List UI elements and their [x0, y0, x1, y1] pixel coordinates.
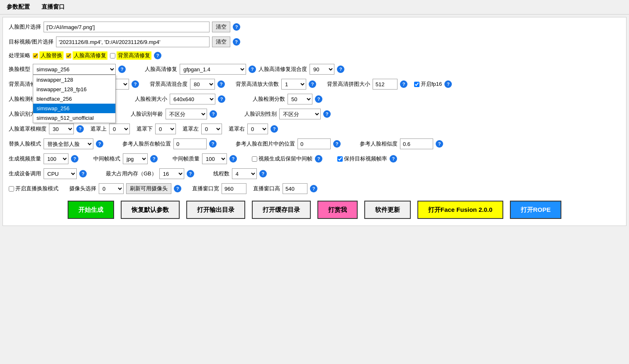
strategy-help-icon[interactable]: ? — [154, 52, 161, 59]
live-width-input[interactable] — [222, 183, 246, 194]
similar-help-icon[interactable]: ? — [436, 140, 443, 148]
update-btn[interactable]: 软件更新 — [364, 201, 411, 219]
mask-right-help-icon[interactable]: ? — [271, 125, 278, 133]
face-enhance-model-select[interactable]: gfpgan_1.4 — [180, 64, 246, 75]
cam-select[interactable]: 0 — [99, 183, 124, 194]
cam-label: 摄像头选择 — [69, 185, 96, 192]
keep-frame-help-icon[interactable]: ? — [315, 155, 322, 163]
frame-format-select[interactable]: jpg — [123, 153, 148, 164]
live-mode-checkbox-label[interactable]: 开启直播换脸模式 — [9, 185, 59, 192]
video-quality-help-icon[interactable]: ? — [71, 155, 78, 163]
device-help-icon[interactable]: ? — [79, 170, 87, 177]
swap-model-help-icon[interactable]: ? — [118, 66, 126, 73]
face-image-help-icon[interactable]: ? — [233, 23, 240, 31]
bg-enhance-model-help-icon[interactable]: ? — [132, 80, 139, 88]
keep-fps-checkbox-label[interactable]: 保持目标视频帧率 — [337, 155, 387, 163]
mask-blur-help-icon[interactable]: ? — [76, 125, 84, 133]
live-height-input[interactable] — [283, 183, 307, 194]
image-pos-help-icon[interactable]: ? — [333, 140, 341, 148]
keep-frame-checkbox-label[interactable]: 视频生成后保留中间帧 — [252, 155, 312, 163]
face-recog-gender-select[interactable]: 不区分 — [279, 109, 321, 119]
face-enhance-mix-select[interactable]: 90 — [310, 64, 334, 75]
device-select[interactable]: CPU — [44, 168, 77, 179]
refresh-cam-help-icon[interactable]: ? — [174, 185, 181, 192]
face-enhance-mix-help-icon[interactable]: ? — [337, 66, 344, 73]
bg-tile-input[interactable] — [373, 79, 397, 90]
dropdown-item-simswap256[interactable]: simswap_256 — [33, 104, 115, 113]
facefusion-btn[interactable]: 打开Face Fusion 2.0.0 — [417, 201, 503, 219]
bg-scale-help-icon[interactable]: ? — [309, 80, 316, 88]
swap-mode-help-icon[interactable]: ? — [96, 140, 103, 148]
mask-right-select[interactable]: 0 — [247, 124, 268, 134]
mem-help-icon[interactable]: ? — [187, 170, 194, 177]
frame-quality-help-icon[interactable]: ? — [229, 155, 237, 163]
mask-bottom-select[interactable]: 0 — [155, 124, 176, 134]
face-enhance-mix-label: 人脸高清修复混合度 — [258, 66, 307, 73]
start-btn[interactable]: 开始生成 — [68, 201, 114, 219]
mask-top-select[interactable]: 0 — [109, 124, 130, 134]
fp16-help-icon[interactable]: ? — [444, 80, 452, 88]
similar-input[interactable] — [400, 138, 433, 149]
frame-format-help-icon[interactable]: ? — [150, 155, 158, 163]
bg-scale-select[interactable]: 1 — [281, 79, 306, 90]
tab-params[interactable]: 参数配置 — [5, 2, 32, 12]
fp16-checkbox-label[interactable]: 开启fp16 — [414, 80, 442, 88]
strategy-face-swap[interactable]: 人脸替换 — [33, 51, 63, 60]
bg-mix-help-icon[interactable]: ? — [217, 80, 225, 88]
thread-help-icon[interactable]: ? — [259, 170, 267, 177]
thread-select[interactable]: 4 — [232, 168, 257, 179]
target-video-clear-btn[interactable]: 清空 — [212, 36, 230, 47]
face-detect-score-label: 人脸检测分数 — [253, 95, 285, 103]
face-image-clear-btn[interactable]: 清空 — [212, 22, 230, 32]
face-recog-age-select[interactable]: 不区分 — [166, 109, 207, 119]
dropdown-item-inswapper128[interactable]: inswapper_128 — [33, 75, 115, 85]
swap-mode-select[interactable]: 替换全部人脸 — [44, 138, 93, 149]
face-image-label: 人脸图片选择 — [9, 23, 41, 31]
keep-fps-help-icon[interactable]: ? — [390, 155, 397, 163]
video-quality-select[interactable]: 100 — [44, 153, 68, 164]
target-video-input[interactable] — [56, 36, 210, 47]
face-image-input[interactable] — [44, 22, 210, 32]
tab-live[interactable]: 直播窗口 — [40, 2, 66, 12]
live-height-label: 直播窗口高 — [253, 185, 280, 192]
live-height-help-icon[interactable]: ? — [310, 185, 317, 192]
donate-btn[interactable]: 打赏我 — [317, 201, 358, 219]
swap-model-select[interactable]: inswapper_128 inswapper_128_fp16 blendfa… — [33, 64, 116, 75]
face-enhance-model-help-icon[interactable]: ? — [249, 66, 256, 73]
image-pos-label: 参考人脸在图片中的位置 — [236, 140, 295, 148]
title-bar: 参数配置 直播窗口 — [0, 0, 629, 15]
face-detect-score-help-icon[interactable]: ? — [315, 95, 322, 103]
face-detect-size-select[interactable]: 640x640 — [170, 94, 215, 104]
bg-scale-label: 背景高清放大倍数 — [236, 80, 279, 88]
frame-format-label: 中间帧格式 — [93, 155, 120, 163]
open-cache-btn[interactable]: 打开缓存目录 — [252, 201, 311, 219]
mask-bottom-label: 遮罩下 — [137, 125, 153, 133]
frame-quality-select[interactable]: 100 — [202, 153, 227, 164]
bg-mix-select[interactable]: 80 — [190, 79, 215, 90]
dropdown-item-inswapper128fp16[interactable]: inswapper_128_fp16 — [33, 85, 115, 94]
refresh-cam-btn[interactable]: 刷新可用摄像头 — [126, 183, 171, 194]
frame-pos-help-icon[interactable]: ? — [209, 140, 217, 148]
strategy-face-enhance[interactable]: 人脸高清修复 — [66, 51, 107, 60]
live-width-label: 直播窗口宽 — [192, 185, 219, 192]
mask-blur-select[interactable]: 30 — [49, 124, 74, 134]
image-pos-input[interactable] — [297, 138, 331, 149]
open-output-btn[interactable]: 打开输出目录 — [186, 201, 245, 219]
mem-select[interactable]: 16 — [159, 168, 184, 179]
frame-pos-input[interactable] — [173, 138, 207, 149]
dropdown-item-simswap512[interactable]: simswap_512_unofficial — [33, 113, 115, 123]
face-detect-size-help-icon[interactable]: ? — [218, 95, 225, 103]
face-recog-gender-help-icon[interactable]: ? — [323, 110, 331, 118]
reset-btn[interactable]: 恢复默认参数 — [121, 201, 180, 219]
bg-tile-label: 背景高清拼图大小 — [327, 80, 370, 88]
face-recog-gender-label: 人脸识别性别 — [244, 110, 277, 118]
swap-mode-label: 替换人脸模式 — [9, 140, 41, 148]
strategy-bg-enhance[interactable]: 背景高清修复 — [110, 51, 151, 60]
bg-tile-help-icon[interactable]: ? — [400, 80, 407, 88]
dropdown-item-blendface256[interactable]: blendface_256 — [33, 94, 115, 104]
rope-btn[interactable]: 打开ROPE — [510, 201, 562, 219]
face-detect-score-select[interactable]: 50 — [288, 94, 312, 104]
mask-left-select[interactable]: 0 — [201, 124, 222, 134]
target-video-help-icon[interactable]: ? — [233, 38, 240, 46]
face-recog-age-help-icon[interactable]: ? — [210, 110, 217, 118]
